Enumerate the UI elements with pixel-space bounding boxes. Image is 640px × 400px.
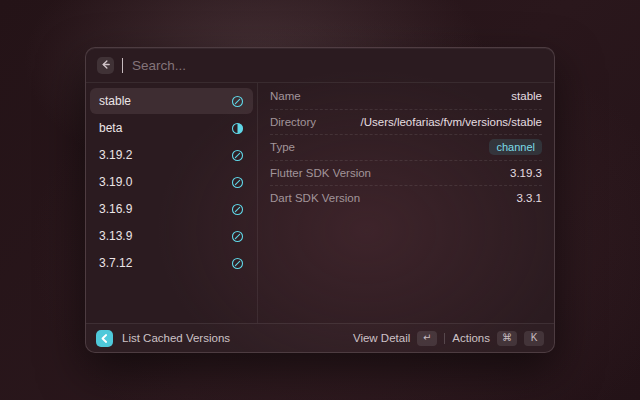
detail-value: /Users/leofarias/fvm/versions/stable: [360, 116, 542, 128]
version-list: stable beta 3.19.2: [86, 83, 258, 323]
list-item-3-19-2[interactable]: 3.19.2: [90, 142, 253, 168]
enter-keycap[interactable]: ↵: [417, 331, 437, 346]
channel-badge: channel: [489, 139, 542, 155]
arrow-left-icon: [100, 56, 111, 74]
list-item-label: 3.19.2: [99, 148, 132, 162]
detail-row-directory: Directory /Users/leofarias/fvm/versions/…: [270, 110, 542, 136]
list-item-label: stable: [99, 94, 131, 108]
list-item-label: 3.19.0: [99, 175, 132, 189]
detail-panel: Name stable Directory /Users/leofarias/f…: [258, 83, 554, 323]
footer-actions: View Detail ↵ Actions ⌘ K: [353, 331, 544, 346]
text-caret: [122, 58, 123, 73]
list-item-stable[interactable]: stable: [90, 88, 253, 114]
search-bar: Search...: [86, 48, 554, 83]
list-item-label: 3.7.12: [99, 256, 132, 270]
list-item-label: 3.13.9: [99, 229, 132, 243]
list-item-label: 3.16.9: [99, 202, 132, 216]
check-circle-icon: [231, 203, 244, 216]
footer-divider: [444, 333, 445, 344]
search-input[interactable]: Search...: [132, 58, 186, 73]
actions-button[interactable]: Actions: [452, 332, 490, 344]
detail-row-dart-sdk: Dart SDK Version 3.3.1: [270, 186, 542, 211]
cmd-keycap[interactable]: ⌘: [497, 331, 517, 346]
list-item-3-19-0[interactable]: 3.19.0: [90, 169, 253, 195]
list-item-3-16-9[interactable]: 3.16.9: [90, 196, 253, 222]
action-bar: List Cached Versions View Detail ↵ Actio…: [86, 323, 554, 352]
detail-value: stable: [511, 90, 542, 102]
command-title: List Cached Versions: [122, 332, 230, 344]
list-item-beta[interactable]: beta: [90, 115, 253, 141]
view-detail-button[interactable]: View Detail: [353, 332, 410, 344]
check-circle-icon: [231, 95, 244, 108]
detail-row-type: Type channel: [270, 135, 542, 161]
list-item-3-13-9[interactable]: 3.13.9: [90, 223, 253, 249]
main-content: stable beta 3.19.2: [86, 83, 554, 323]
launcher-window: Search... stable beta: [85, 47, 555, 353]
detail-value: 3.3.1: [516, 192, 542, 204]
check-circle-icon: [231, 176, 244, 189]
detail-row-flutter-sdk: Flutter SDK Version 3.19.3: [270, 161, 542, 187]
list-item-3-7-12[interactable]: 3.7.12: [90, 250, 253, 276]
detail-label: Flutter SDK Version: [270, 167, 371, 179]
desktop-background: Search... stable beta: [0, 0, 640, 400]
back-button[interactable]: [97, 57, 114, 74]
check-circle-icon: [231, 257, 244, 270]
check-circle-icon: [231, 230, 244, 243]
list-item-label: beta: [99, 121, 122, 135]
detail-value: 3.19.3: [510, 167, 542, 179]
detail-label: Type: [270, 141, 295, 153]
k-keycap[interactable]: K: [524, 331, 544, 346]
fvm-logo-icon: [96, 330, 113, 347]
half-circle-icon: [231, 122, 244, 135]
detail-label: Directory: [270, 116, 316, 128]
detail-row-name: Name stable: [270, 84, 542, 110]
detail-label: Name: [270, 90, 301, 102]
detail-label: Dart SDK Version: [270, 192, 360, 204]
check-circle-icon: [231, 149, 244, 162]
